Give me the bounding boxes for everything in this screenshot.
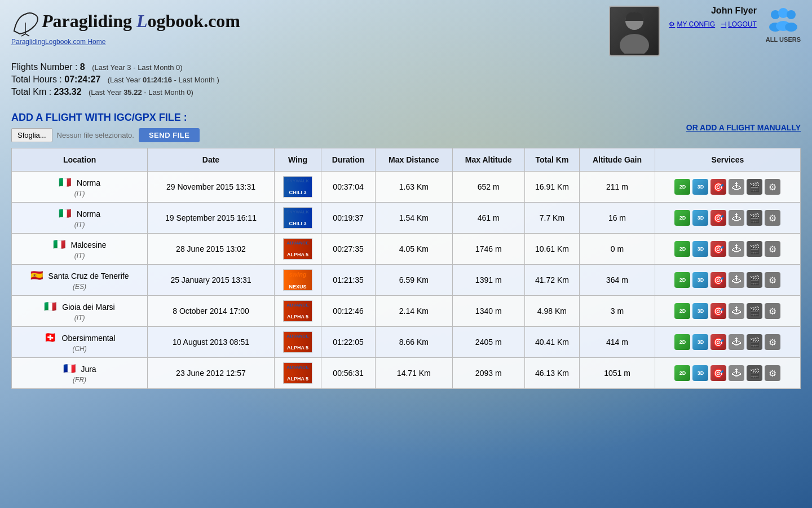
- video-icon[interactable]: 🎬: [747, 179, 762, 195]
- gamepad-icon[interactable]: 🕹: [729, 210, 744, 226]
- location-country: (IT): [74, 314, 85, 322]
- video-icon[interactable]: 🎬: [747, 241, 762, 257]
- max-altitude-cell: 1746 m: [452, 234, 524, 265]
- add-flight-section: OR ADD A FLIGHT MANUALLY ADD A FLIGHT WI…: [11, 112, 801, 142]
- target-icon[interactable]: 🎯: [710, 179, 726, 195]
- km-detail: (Last Year 35.22 - Last Month 0): [89, 88, 193, 97]
- 2d-map-icon[interactable]: 2D: [674, 272, 690, 288]
- user-name: John Flyer: [669, 6, 756, 16]
- target-icon[interactable]: 🎯: [710, 334, 726, 350]
- max-altitude-cell: 1340 m: [452, 296, 524, 327]
- 3d-map-icon[interactable]: 3D: [692, 272, 708, 288]
- flights-value: 8: [80, 62, 85, 72]
- gamepad-icon[interactable]: 🕹: [729, 365, 744, 381]
- video-icon[interactable]: 🎬: [747, 365, 762, 381]
- all-users-button[interactable]: ALL USERS: [766, 6, 801, 43]
- 3d-map-icon[interactable]: 3D: [692, 210, 708, 226]
- target-icon[interactable]: 🎯: [710, 272, 726, 288]
- video-icon[interactable]: 🎬: [747, 272, 762, 288]
- max-distance-cell: 4.05 Km: [375, 234, 452, 265]
- location-name: Norma: [77, 209, 100, 218]
- 3d-map-icon[interactable]: 3D: [692, 303, 708, 319]
- col-total-km: Total Km: [524, 148, 579, 172]
- video-icon[interactable]: 🎬: [747, 303, 762, 319]
- gamepad-icon[interactable]: 🕹: [729, 272, 744, 288]
- location-cell: 🇮🇹 Norma (IT): [12, 203, 148, 234]
- 3d-map-icon[interactable]: 3D: [692, 179, 708, 195]
- location-country: (FR): [73, 376, 86, 384]
- max-distance-cell: 1.54 Km: [375, 203, 452, 234]
- target-icon[interactable]: 🎯: [710, 365, 726, 381]
- max-distance-cell: 14.71 Km: [375, 358, 452, 389]
- wing-badge: ADVANCE ALPHA 5: [283, 362, 312, 384]
- table-row: 🇨🇭 Obersimmental (CH) 10 August 2013 08:…: [12, 327, 801, 358]
- 2d-map-icon[interactable]: 2D: [674, 303, 690, 319]
- duration-cell: 00:56:31: [321, 358, 376, 389]
- location-cell: 🇫🇷 Jura (FR): [12, 358, 148, 389]
- settings-icon[interactable]: ⚙: [765, 303, 780, 319]
- svg-line-1: [21, 34, 25, 36]
- settings-icon[interactable]: ⚙: [765, 241, 780, 257]
- 3d-map-icon[interactable]: 3D: [692, 334, 708, 350]
- location-name: Malcesine: [71, 240, 107, 249]
- 2d-map-icon[interactable]: 2D: [674, 241, 690, 257]
- km-label: Total Km :: [11, 87, 51, 97]
- svg-point-10: [785, 23, 797, 32]
- total-km-cell: 10.61 Km: [524, 234, 579, 265]
- location-cell: 🇪🇸 Santa Cruz de Tenerife (ES): [12, 265, 148, 296]
- flights-label: Flights Number :: [11, 62, 77, 72]
- logout-link[interactable]: ⊣ LOGOUT: [721, 20, 757, 28]
- gamepad-icon[interactable]: 🕹: [729, 334, 744, 350]
- my-config-link[interactable]: ⚙ MY CONFIG: [669, 20, 715, 28]
- browse-button[interactable]: Sfoglia...: [11, 128, 52, 142]
- target-icon[interactable]: 🎯: [710, 303, 726, 319]
- location-country: (CH): [72, 345, 86, 353]
- flag-icon: 🇮🇹: [59, 207, 71, 220]
- duration-cell: 00:27:35: [321, 234, 376, 265]
- all-users-label: ALL USERS: [766, 36, 801, 43]
- logo: Paragliding Logbook.com: [11, 6, 240, 37]
- date-cell: 29 November 2015 13:31: [148, 172, 275, 203]
- wing-cell: ADVANCE ALPHA 5: [274, 327, 321, 358]
- table-row: 🇮🇹 Norma (IT) 19 September 2015 16:11 SK…: [12, 203, 801, 234]
- 2d-map-icon[interactable]: 2D: [674, 365, 690, 381]
- 3d-map-icon[interactable]: 3D: [692, 365, 708, 381]
- altitude-gain-cell: 1051 m: [580, 358, 655, 389]
- gamepad-icon[interactable]: 🕹: [729, 241, 744, 257]
- 2d-map-icon[interactable]: 2D: [674, 334, 690, 350]
- settings-icon[interactable]: ⚙: [765, 179, 780, 195]
- location-country: (IT): [74, 252, 85, 260]
- video-icon[interactable]: 🎬: [747, 334, 762, 350]
- or-add-manually-link[interactable]: OR ADD A FLIGHT MANUALLY: [686, 123, 801, 132]
- settings-icon[interactable]: ⚙: [765, 210, 780, 226]
- max-distance-cell: 8.66 Km: [375, 327, 452, 358]
- 2d-map-icon[interactable]: 2D: [674, 179, 690, 195]
- all-users-icon: [767, 6, 798, 36]
- location-cell: 🇮🇹 Norma (IT): [12, 172, 148, 203]
- user-info: John Flyer ⚙ MY CONFIG ⊣ LOGOUT: [669, 6, 756, 28]
- max-altitude-cell: 2405 m: [452, 327, 524, 358]
- logo-home-link[interactable]: ParaglidingLogbook.com Home: [11, 38, 240, 46]
- date-cell: 10 August 2013 08:51: [148, 327, 275, 358]
- send-file-button[interactable]: SEND FILE: [139, 128, 200, 142]
- hours-label: Total Hours :: [11, 75, 62, 84]
- settings-icon[interactable]: ⚙: [765, 272, 780, 288]
- settings-icon[interactable]: ⚙: [765, 334, 780, 350]
- svg-point-9: [787, 10, 796, 19]
- gamepad-icon[interactable]: 🕹: [729, 303, 744, 319]
- flag-icon: 🇫🇷: [63, 362, 76, 375]
- location-name: Santa Cruz de Tenerife: [48, 271, 129, 281]
- gamepad-icon[interactable]: 🕹: [729, 179, 744, 195]
- 2d-map-icon[interactable]: 2D: [674, 210, 690, 226]
- target-icon[interactable]: 🎯: [710, 210, 726, 226]
- wing-badge: SKYWALK CHILI 3: [283, 176, 312, 198]
- target-icon[interactable]: 🎯: [710, 241, 726, 257]
- services-cell: 2D 3D 🎯 🕹 🎬 ⚙: [655, 327, 800, 358]
- 3d-map-icon[interactable]: 3D: [692, 241, 708, 257]
- services-cell: 2D 3D 🎯 🕹 🎬 ⚙: [655, 265, 800, 296]
- max-altitude-cell: 2093 m: [452, 358, 524, 389]
- video-icon[interactable]: 🎬: [747, 210, 762, 226]
- settings-icon[interactable]: ⚙: [765, 365, 780, 381]
- location-cell: 🇮🇹 Malcesine (IT): [12, 234, 148, 265]
- max-distance-cell: 6.59 Km: [375, 265, 452, 296]
